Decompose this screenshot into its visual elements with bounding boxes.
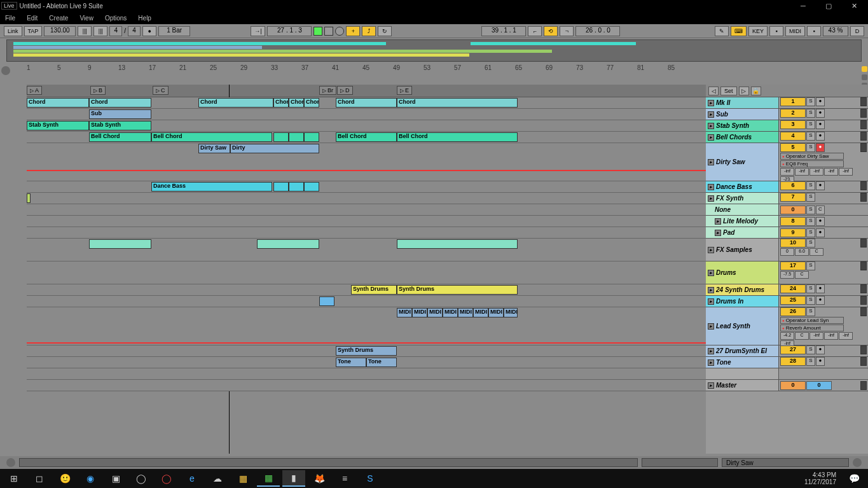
taskbar-skype[interactable]: S — [359, 470, 382, 487]
track-lane[interactable] — [27, 296, 706, 307]
menu-view[interactable]: View — [79, 15, 93, 22]
track-header[interactable]: ▸27 DrumSynth El27S● — [706, 345, 868, 357]
clip[interactable]: Chord — [89, 98, 151, 108]
track-activator[interactable]: 4 — [780, 132, 806, 141]
loop-start[interactable]: 39 . 1 . 1 — [481, 26, 526, 36]
track-play-icon[interactable]: ▸ — [708, 270, 714, 276]
track-activator[interactable]: 27 — [780, 345, 806, 354]
device-chooser[interactable]: Operator Lead Syn — [780, 317, 844, 324]
clip[interactable]: Synth Drums — [351, 285, 397, 295]
track-name[interactable]: ▸24 Synth Drums — [706, 284, 779, 295]
track-name[interactable]: ▸Bell Chords — [706, 132, 779, 143]
param-value[interactable]: -inf — [839, 332, 853, 340]
locator-C[interactable]: C — [153, 86, 169, 95]
sig-denominator[interactable]: 4 — [128, 26, 141, 36]
clip[interactable]: Chor — [289, 98, 304, 108]
tempo-field[interactable]: 130.00 — [44, 26, 76, 36]
track-name[interactable]: ▸Dance Bass — [706, 181, 779, 192]
track-header[interactable]: ▸FX Samples10S06.0C — [706, 239, 868, 261]
taskbar-app-1[interactable]: 🙂 — [53, 470, 76, 487]
taskbar-opera[interactable]: ◯ — [155, 470, 178, 487]
arm-button[interactable]: ● — [816, 109, 825, 118]
track-play-icon[interactable]: ▸ — [708, 195, 714, 202]
arrangement-overview[interactable] — [6, 39, 862, 62]
arm-button[interactable]: ● — [816, 284, 825, 293]
arm-button[interactable]: ● — [816, 181, 825, 190]
notification-icon[interactable]: 💬 — [843, 470, 865, 487]
track-header[interactable]: ▸Tone28S● — [706, 357, 868, 368]
clip[interactable]: MIDI — [488, 308, 504, 317]
track-activator[interactable]: 26 — [780, 307, 806, 316]
clip[interactable]: Bell Chord — [397, 132, 518, 142]
nudge-down[interactable]: ||| — [78, 26, 92, 36]
taskbar-app-5[interactable]: ▦ — [257, 470, 280, 487]
track-name[interactable]: ▸Sub — [706, 109, 779, 120]
arm-button[interactable]: ● — [816, 97, 825, 106]
clip[interactable]: MIDI — [412, 308, 427, 317]
solo-button[interactable]: S — [806, 345, 815, 354]
track-header[interactable]: ▸Dance Bass6S● — [706, 181, 868, 193]
track-activator[interactable]: 1 — [780, 97, 806, 106]
clip[interactable]: MIDI — [504, 308, 518, 317]
midi-map[interactable]: MIDI — [785, 26, 805, 36]
next-locator[interactable]: ▷ — [739, 87, 749, 95]
track-lane[interactable]: Synth Drums — [27, 345, 706, 357]
set-locator[interactable]: Set — [720, 87, 737, 95]
taskbar-app-6[interactable]: ≡ — [333, 470, 356, 487]
taskbar-chrome[interactable]: ◯ — [130, 470, 153, 487]
track-play-icon[interactable]: ▸ — [708, 298, 714, 305]
solo-button[interactable]: S — [806, 307, 815, 316]
clip[interactable]: MIDI — [443, 308, 458, 317]
automation-line[interactable] — [27, 170, 706, 171]
track-name[interactable]: ▸Mk II — [706, 97, 779, 108]
track-lane[interactable]: Stab SynthStab Synth — [27, 120, 706, 132]
clip[interactable]: Dirty Saw — [198, 144, 230, 153]
clip-area[interactable]: ABCBrDE ChordChordChordChorChorChorChord… — [27, 85, 706, 454]
track-play-icon[interactable]: ▸ — [708, 123, 714, 129]
track-lane[interactable] — [27, 227, 706, 239]
follow-button[interactable]: →| — [251, 26, 265, 36]
taskbar-firefox[interactable]: 🦊 — [308, 470, 331, 487]
clip[interactable]: Chord — [336, 98, 397, 108]
track-play-icon[interactable]: ▸ — [708, 287, 714, 293]
browser-toggle-icon[interactable] — [1, 66, 10, 75]
solo-button[interactable]: S — [806, 193, 815, 202]
clip[interactable]: Bell Chord — [151, 132, 272, 142]
record-button[interactable] — [335, 27, 344, 36]
track-name[interactable]: ▸Drums In — [706, 296, 779, 307]
loop-length[interactable]: 26 . 0 . 0 — [575, 26, 620, 36]
track-activator[interactable]: 10 — [780, 239, 806, 247]
stop-button[interactable] — [324, 27, 333, 36]
param-value[interactable]: -inf — [839, 168, 853, 176]
clip[interactable]: Chor — [304, 98, 319, 108]
clip[interactable]: Chord — [397, 98, 518, 108]
secondary-scrollbar[interactable] — [642, 458, 718, 467]
param-value[interactable]: 6.0 — [795, 248, 809, 256]
clip[interactable]: Dirty — [230, 144, 319, 153]
solo-button[interactable]: S — [806, 143, 815, 152]
key-map[interactable]: KEY — [748, 26, 768, 36]
track-activator[interactable]: 28 — [780, 357, 806, 366]
clip[interactable]: Chord — [198, 98, 273, 108]
track-lane[interactable] — [27, 204, 706, 216]
track-header[interactable]: ▸Stab Synth3S● — [706, 120, 868, 132]
track-lane[interactable] — [27, 261, 706, 284]
minimize-button[interactable]: ─ — [790, 0, 816, 11]
track-activator[interactable]: 3 — [780, 120, 806, 129]
arm-button[interactable]: ● — [816, 345, 825, 354]
track-name[interactable]: ▸Drums — [706, 261, 779, 284]
taskbar-app-3[interactable]: ▣ — [104, 470, 127, 487]
param-value[interactable]: -inf — [824, 332, 838, 340]
sig-numerator[interactable]: 4 — [109, 26, 122, 36]
clip[interactable] — [397, 239, 518, 249]
clip[interactable]: Bell Chord — [89, 132, 151, 142]
taskbar-app-2[interactable]: ◉ — [79, 470, 102, 487]
locator-D[interactable]: D — [337, 86, 353, 95]
solo-button[interactable]: S — [806, 284, 815, 293]
param-value[interactable]: -inf — [795, 168, 809, 176]
clip[interactable]: Tone — [366, 358, 397, 367]
track-header[interactable]: ▸Drums In25S● — [706, 296, 868, 307]
draw-mode[interactable]: ✎ — [715, 26, 729, 36]
clip[interactable] — [257, 239, 319, 249]
master-val-2[interactable]: 0 — [806, 381, 832, 390]
